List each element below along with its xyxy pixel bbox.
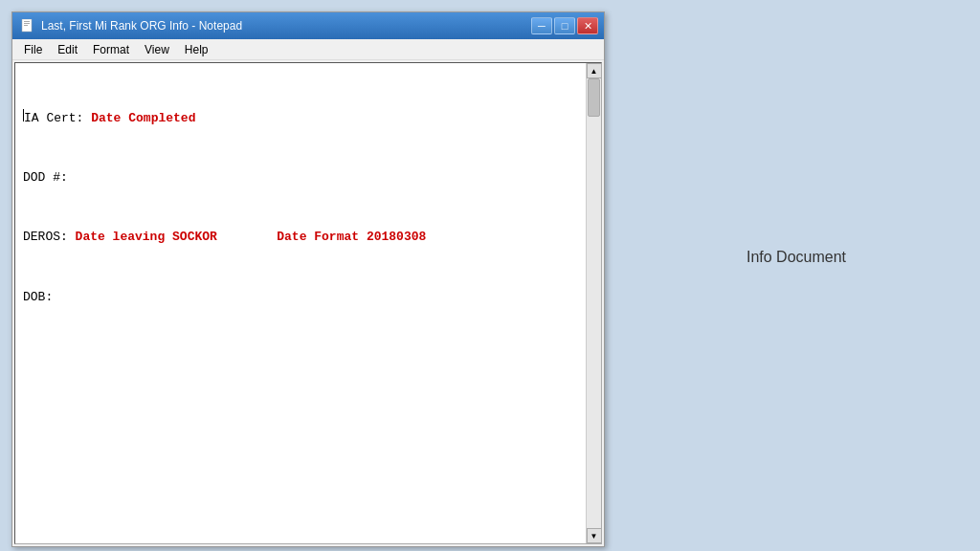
desktop: Last, First Mi Rank ORG Info - Notepad ─…: [0, 0, 980, 551]
date-completed-text: Date Completed: [91, 109, 195, 129]
deros-gap: [217, 228, 277, 248]
dob-label: DOB:: [23, 288, 53, 308]
menu-format[interactable]: Format: [85, 41, 137, 58]
line-4: DOB:: [23, 288, 593, 308]
scroll-track[interactable]: [587, 78, 601, 528]
svg-rect-2: [24, 23, 30, 24]
info-document-label: Info Document: [746, 249, 846, 266]
line-3: DEROS: Date leaving SOCKOR Date Format 2…: [23, 228, 593, 248]
window-title: Last, First Mi Rank ORG Info - Notepad: [41, 19, 242, 33]
svg-rect-3: [24, 25, 28, 26]
ia-cert-label: IA Cert:: [24, 109, 91, 129]
line-1: IA Cert: Date Completed: [23, 109, 593, 129]
scroll-down-button[interactable]: ▼: [587, 528, 602, 543]
menu-file[interactable]: File: [16, 41, 50, 58]
menu-edit[interactable]: Edit: [50, 41, 85, 58]
notepad-window: Last, First Mi Rank ORG Info - Notepad ─…: [11, 11, 605, 547]
date-leaving-text: Date leaving SOCKOR: [76, 228, 217, 248]
title-bar-buttons: ─ □ ✕: [531, 17, 598, 34]
svg-rect-1: [24, 21, 30, 22]
vertical-scrollbar[interactable]: ▲ ▼: [586, 63, 601, 543]
maximize-button[interactable]: □: [554, 17, 575, 34]
editor-content: IA Cert: Date Completed DOD #: DEROS: Da…: [15, 63, 601, 353]
scroll-up-button[interactable]: ▲: [587, 63, 602, 78]
line-2: DOD #:: [23, 168, 593, 188]
minimize-button[interactable]: ─: [531, 17, 552, 34]
close-button[interactable]: ✕: [577, 17, 598, 34]
deros-label: DEROS:: [23, 228, 76, 248]
menu-view[interactable]: View: [137, 41, 177, 58]
title-bar-left: Last, First Mi Rank ORG Info - Notepad: [20, 18, 242, 33]
dod-label: DOD #:: [23, 168, 68, 188]
scroll-thumb[interactable]: [588, 78, 600, 117]
menu-help[interactable]: Help: [177, 41, 216, 58]
notepad-icon: [20, 18, 35, 33]
editor-area[interactable]: IA Cert: Date Completed DOD #: DEROS: Da…: [14, 62, 602, 544]
title-bar: Last, First Mi Rank ORG Info - Notepad ─…: [12, 12, 604, 39]
menu-bar: File Edit Format View Help: [12, 39, 604, 60]
date-format-text: Date Format 20180308: [277, 228, 426, 248]
